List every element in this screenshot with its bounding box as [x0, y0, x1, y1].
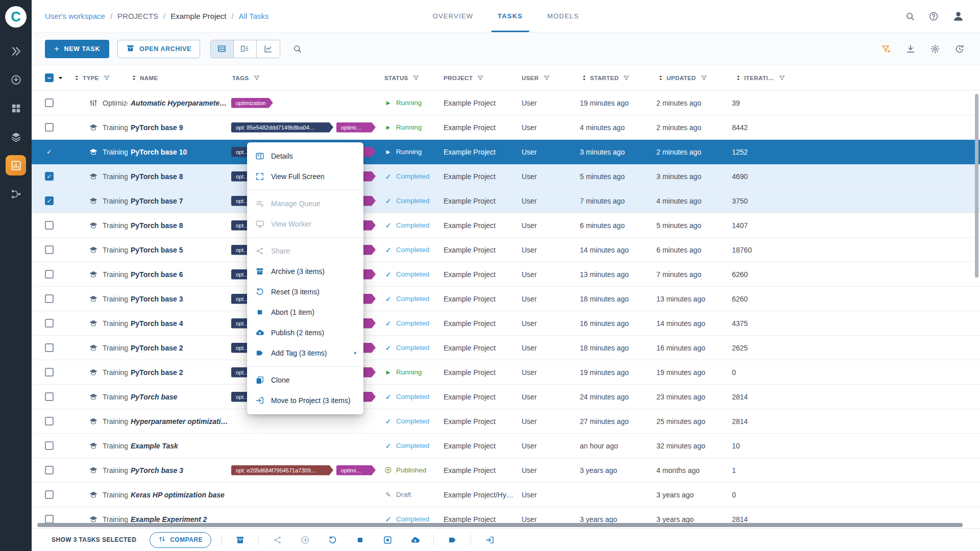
filter-icon[interactable] — [412, 74, 420, 82]
column-header-started[interactable]: STARTED — [577, 74, 653, 82]
menu-item-view-full-screen[interactable]: View Full Screen — [247, 166, 363, 187]
compare-button[interactable]: COMPARE — [150, 532, 211, 548]
filter-icon[interactable] — [103, 74, 110, 82]
task-name-link[interactable]: PyTorch base 2 — [131, 368, 183, 377]
breadcrumb-item-all-tasks[interactable]: All Tasks — [239, 12, 269, 20]
row-checkbox[interactable] — [45, 270, 54, 279]
column-header-iterati[interactable]: ITERATI… — [730, 74, 796, 82]
clear-filters-button[interactable] — [881, 44, 891, 54]
table-row[interactable]: TrainingExample Task✓CompletedExample Pr… — [32, 434, 980, 458]
table-row[interactable]: TrainingPyTorch base 3opt: e205d684f7954… — [32, 458, 980, 483]
auto-refresh-button[interactable] — [954, 44, 965, 54]
sidebar-item-datasets[interactable] — [6, 127, 26, 147]
column-header-name[interactable]: NAME — [128, 74, 231, 81]
vertical-scrollbar[interactable] — [975, 94, 978, 278]
menu-item-reset-3-items[interactable]: Reset (3 items) — [247, 282, 363, 302]
menu-item-clone[interactable]: Clone — [247, 370, 363, 390]
task-name-link[interactable]: Hyperparameter optimizati… — [131, 417, 228, 425]
column-header-status[interactable]: STATUS — [380, 74, 439, 82]
menu-item-add-tag-3-items[interactable]: Add Tag (3 items) — [247, 343, 363, 363]
table-row[interactable]: TrainingPyTorch base 6opt…optimi…✓Comple… — [32, 262, 980, 287]
column-header-project[interactable]: PROJECT — [439, 74, 516, 82]
clearml-logo[interactable]: C — [5, 6, 27, 28]
sidebar-item-serving[interactable] — [6, 69, 26, 90]
sort-icon[interactable] — [74, 74, 80, 81]
column-header-user[interactable]: USER — [516, 74, 577, 82]
breadcrumb-item-user-s-workspace[interactable]: User's workspace — [45, 12, 105, 20]
table-row[interactable]: TrainingPyTorch base 2opt…optimi…✓Comple… — [32, 336, 980, 360]
row-checkbox[interactable] — [45, 294, 54, 303]
task-name-link[interactable]: Example Experiment 2 — [131, 515, 207, 523]
row-checkbox[interactable] — [45, 123, 54, 132]
avatar-button[interactable] — [952, 10, 965, 22]
select-all-checkbox[interactable]: − — [45, 73, 54, 82]
sort-icon[interactable] — [581, 74, 587, 81]
open-archive-button[interactable]: OPEN ARCHIVE — [117, 40, 200, 58]
row-checkbox[interactable] — [45, 319, 54, 328]
table-row[interactable]: TrainingPyTorch base 9opt: 85e5482ddd714… — [32, 115, 980, 140]
card-view-toggle[interactable] — [234, 40, 257, 58]
menu-item-abort-1-item[interactable]: Abort (1 item) — [247, 302, 363, 322]
task-name-link[interactable]: PyTorch base 3 — [131, 295, 183, 303]
task-name-link[interactable]: PyTorch base 9 — [131, 123, 183, 132]
sidebar-item-pipelines[interactable] — [6, 184, 26, 204]
breadcrumb-item-projects[interactable]: PROJECTS — [117, 12, 158, 20]
menu-item-archive-3-items[interactable]: Archive (3 items) — [247, 261, 363, 282]
task-name-link[interactable]: PyTorch base 5 — [131, 246, 183, 254]
abort-action-button[interactable] — [350, 530, 370, 550]
tag-action-button[interactable] — [442, 530, 462, 550]
menu-item-details[interactable]: Details — [247, 146, 363, 166]
sort-icon[interactable] — [131, 74, 137, 81]
sort-icon[interactable] — [735, 74, 742, 81]
selection-dropdown-caret-icon[interactable] — [57, 74, 64, 82]
row-checkbox[interactable] — [45, 368, 54, 377]
publish-action-button[interactable] — [405, 530, 425, 550]
sidebar-item-getting-started[interactable] — [6, 41, 26, 61]
column-header-tags[interactable]: TAGS — [231, 74, 380, 82]
chart-view-toggle[interactable] — [257, 40, 280, 58]
task-name-link[interactable]: PyTorch base 2 — [131, 344, 183, 352]
row-checkbox[interactable]: ✓ — [45, 196, 54, 205]
filter-icon[interactable] — [623, 74, 630, 82]
task-name-link[interactable]: PyTorch base — [131, 393, 177, 401]
tab-tasks[interactable]: TASKS — [485, 0, 535, 32]
tab-models[interactable]: MODELS — [535, 0, 591, 32]
table-row[interactable]: TrainingPyTorch baseopt…optimi…✓Complete… — [32, 385, 980, 409]
task-name-link[interactable]: PyTorch base 8 — [131, 172, 183, 181]
show-selected-button[interactable]: SHOW 3 TASKS SELECTED — [52, 536, 136, 543]
column-header-updated[interactable]: UPDATED — [653, 74, 730, 82]
new-task-button[interactable]: + NEW TASK — [45, 40, 109, 58]
sidebar-item-experiments[interactable] — [6, 155, 26, 176]
table-row[interactable]: ✓TrainingPyTorch base 10opt…optimi…▶Runn… — [32, 140, 980, 164]
task-name-link[interactable]: PyTorch base 6 — [131, 270, 183, 279]
task-name-link[interactable]: Example Task — [131, 442, 178, 450]
row-checkbox[interactable] — [45, 392, 54, 401]
row-checkbox[interactable]: ✓ — [45, 172, 54, 181]
abort-all-action-button[interactable] — [377, 530, 398, 550]
row-checkbox[interactable] — [45, 417, 54, 425]
sort-icon[interactable] — [657, 74, 664, 81]
breadcrumb-item-example-project[interactable]: Example Project — [170, 12, 226, 20]
row-checkbox[interactable] — [45, 515, 54, 523]
archive-action-button[interactable] — [230, 530, 250, 550]
search-button[interactable] — [292, 44, 302, 54]
row-checkbox[interactable] — [45, 490, 54, 499]
settings-button[interactable] — [930, 44, 940, 54]
horizontal-scrollbar[interactable] — [37, 523, 963, 527]
filter-icon[interactable] — [477, 74, 484, 82]
search-button[interactable] — [905, 11, 915, 21]
table-row[interactable]: TrainingPyTorch base 8opt…optimi…✓Comple… — [32, 213, 980, 238]
table-row[interactable]: TrainingPyTorch base 2opt…optimi…▶Runnin… — [32, 360, 980, 385]
filter-icon[interactable] — [778, 74, 786, 82]
table-row[interactable]: TrainingPyTorch base 4opt…optimi…✓Comple… — [32, 311, 980, 336]
table-row[interactable]: TrainingKeras HP optimization base✎Draft… — [32, 483, 980, 507]
row-checkbox[interactable] — [45, 466, 54, 474]
table-row[interactable]: ✓TrainingPyTorch base 7opt…optimi…✓Compl… — [32, 189, 980, 213]
table-row[interactable]: TrainingPyTorch base 5opt…optimi…✓Comple… — [32, 238, 980, 262]
task-name-link[interactable]: Keras HP optimization base — [131, 491, 225, 499]
menu-item-move-to-project-3-items[interactable]: Move to Project (3 items) — [247, 390, 363, 411]
row-checkbox[interactable]: ✓ — [45, 147, 54, 156]
table-row[interactable]: ✓TrainingPyTorch base 8opt…optimi…✓Compl… — [32, 164, 980, 189]
task-name-link[interactable]: PyTorch base 7 — [131, 197, 183, 205]
task-name-link[interactable]: PyTorch base 4 — [131, 319, 183, 328]
